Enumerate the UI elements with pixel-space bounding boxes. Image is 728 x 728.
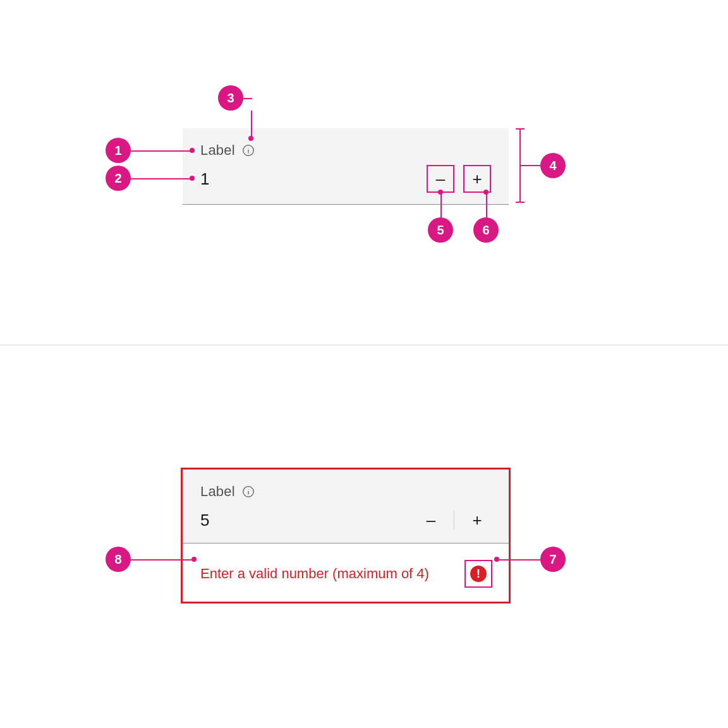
annotation-dot: [483, 190, 488, 195]
pin-number: 5: [437, 223, 444, 238]
annotation-leader: [131, 559, 194, 561]
decrement-button[interactable]: –: [417, 506, 445, 534]
error-icon: [470, 566, 487, 582]
annotation-pin-7: 7: [540, 547, 566, 572]
annotation-leader: [497, 559, 542, 561]
annotation-pin-4: 4: [540, 153, 566, 178]
annotation-pin-1: 1: [106, 138, 131, 163]
annotation-pin-8: 8: [106, 547, 131, 572]
svg-point-1: [248, 148, 248, 149]
annotation-dot: [190, 176, 195, 181]
label-row: Label: [200, 483, 491, 500]
error-row: Enter a valid number (maximum of 4): [200, 561, 491, 586]
annotation-pin-2: 2: [106, 166, 131, 191]
error-message: Enter a valid number (maximum of 4): [200, 566, 429, 582]
pin-number: 3: [227, 91, 234, 106]
annotation-leader: [520, 165, 542, 166]
number-value[interactable]: 5: [200, 511, 209, 530]
input-label: Label: [200, 142, 235, 159]
annotation-leader: [131, 150, 192, 152]
number-input-error: Label 5 – + Enter a valid number (maximu…: [183, 470, 509, 602]
stepper-buttons: – +: [417, 506, 491, 534]
annotation-dot: [494, 557, 499, 562]
pin-number: 4: [549, 159, 556, 173]
error-icon-highlight: [466, 561, 491, 586]
number-input-default: Label 1 – +: [183, 128, 509, 205]
pin-number: 8: [114, 552, 121, 567]
pin-number: 7: [549, 552, 556, 567]
pin-number: 2: [114, 171, 121, 186]
annotation-dot: [248, 136, 253, 141]
info-icon[interactable]: [241, 485, 255, 499]
annotation-leader: [131, 178, 192, 179]
stepper-buttons: – +: [427, 165, 491, 193]
info-icon[interactable]: [241, 143, 255, 157]
button-divider: [454, 511, 454, 530]
annotation-pin-3: 3: [218, 85, 243, 111]
annotation-dot: [191, 557, 197, 562]
decrement-button[interactable]: –: [427, 165, 454, 193]
label-row: Label: [200, 142, 491, 159]
annotation-dot: [438, 190, 443, 195]
increment-button[interactable]: +: [463, 165, 491, 193]
number-input-field: Label 5 – +: [183, 470, 509, 543]
height-guide-cap-bot: [516, 202, 525, 203]
annotation-leader: [251, 111, 252, 138]
height-guide-cap-top: [516, 128, 525, 130]
value-row: 1 – +: [200, 165, 491, 193]
annotation-leader: [486, 191, 487, 219]
pin-number: 6: [482, 223, 489, 238]
input-label: Label: [200, 483, 235, 500]
annotation-pin-6: 6: [473, 217, 499, 243]
number-value[interactable]: 1: [200, 169, 209, 189]
annotation-dot: [190, 148, 195, 153]
section-divider: [0, 344, 728, 346]
pin-number: 1: [114, 143, 121, 158]
annotation-leader: [242, 98, 252, 99]
annotation-pin-5: 5: [428, 217, 453, 243]
value-row: 5 – +: [200, 506, 491, 534]
increment-button[interactable]: +: [463, 506, 491, 534]
annotation-leader: [440, 191, 442, 219]
svg-point-4: [248, 489, 248, 490]
